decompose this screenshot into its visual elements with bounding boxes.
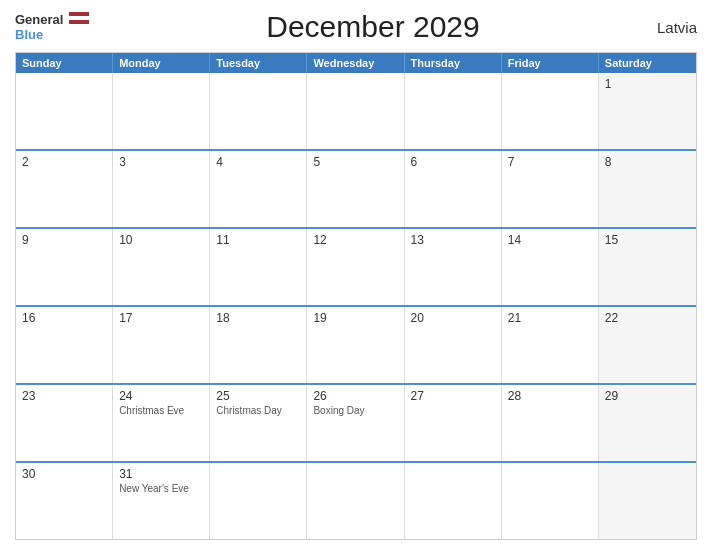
day-cell: 8	[599, 151, 696, 227]
day-number: 18	[216, 311, 300, 325]
day-cell: 28	[502, 385, 599, 461]
day-cell: 18	[210, 307, 307, 383]
day-cell	[113, 73, 210, 149]
calendar-title: December 2029	[266, 10, 479, 44]
day-cell	[502, 73, 599, 149]
day-cell: 11	[210, 229, 307, 305]
day-cell: 6	[405, 151, 502, 227]
day-number: 25	[216, 389, 300, 403]
day-number: 7	[508, 155, 592, 169]
day-number: 26	[313, 389, 397, 403]
day-number: 19	[313, 311, 397, 325]
calendar: Sunday Monday Tuesday Wednesday Thursday…	[15, 52, 697, 540]
day-cell: 25Christmas Day	[210, 385, 307, 461]
day-cell	[502, 463, 599, 539]
header-wednesday: Wednesday	[307, 53, 404, 73]
calendar-header: Sunday Monday Tuesday Wednesday Thursday…	[16, 53, 696, 73]
day-number: 13	[411, 233, 495, 247]
day-cell: 5	[307, 151, 404, 227]
day-event: Boxing Day	[313, 405, 397, 416]
day-cell: 16	[16, 307, 113, 383]
day-cell: 3	[113, 151, 210, 227]
day-event: Christmas Day	[216, 405, 300, 416]
day-cell: 23	[16, 385, 113, 461]
day-number: 24	[119, 389, 203, 403]
day-cell: 4	[210, 151, 307, 227]
day-cell: 13	[405, 229, 502, 305]
day-event: New Year's Eve	[119, 483, 203, 494]
page-header: General Blue December 2029 Latvia	[15, 10, 697, 44]
header-sunday: Sunday	[16, 53, 113, 73]
day-number: 28	[508, 389, 592, 403]
svg-rect-2	[69, 20, 89, 24]
day-event: Christmas Eve	[119, 405, 203, 416]
day-number: 27	[411, 389, 495, 403]
day-cell: 9	[16, 229, 113, 305]
header-tuesday: Tuesday	[210, 53, 307, 73]
svg-rect-0	[69, 12, 89, 16]
day-cell: 10	[113, 229, 210, 305]
header-saturday: Saturday	[599, 53, 696, 73]
day-cell	[307, 463, 404, 539]
week-row-5: 3031New Year's Eve	[16, 461, 696, 539]
day-number: 12	[313, 233, 397, 247]
day-cell: 27	[405, 385, 502, 461]
logo-blue-text: Blue	[15, 28, 89, 42]
day-number: 11	[216, 233, 300, 247]
day-cell: 14	[502, 229, 599, 305]
logo: General Blue	[15, 12, 89, 42]
svg-rect-1	[69, 16, 89, 20]
day-number: 8	[605, 155, 690, 169]
day-number: 30	[22, 467, 106, 481]
day-cell: 17	[113, 307, 210, 383]
day-cell: 12	[307, 229, 404, 305]
day-cell: 21	[502, 307, 599, 383]
week-row-1: 2345678	[16, 149, 696, 227]
header-thursday: Thursday	[405, 53, 502, 73]
day-number: 1	[605, 77, 690, 91]
day-number: 16	[22, 311, 106, 325]
day-cell	[307, 73, 404, 149]
day-number: 31	[119, 467, 203, 481]
day-cell: 26Boxing Day	[307, 385, 404, 461]
day-number: 6	[411, 155, 495, 169]
day-cell: 1	[599, 73, 696, 149]
day-number: 20	[411, 311, 495, 325]
day-cell	[405, 73, 502, 149]
day-number: 4	[216, 155, 300, 169]
day-cell	[405, 463, 502, 539]
day-number: 23	[22, 389, 106, 403]
week-row-2: 9101112131415	[16, 227, 696, 305]
day-cell	[16, 73, 113, 149]
day-cell: 30	[16, 463, 113, 539]
day-cell	[210, 463, 307, 539]
week-row-4: 2324Christmas Eve25Christmas Day26Boxing…	[16, 383, 696, 461]
day-number: 22	[605, 311, 690, 325]
day-cell: 19	[307, 307, 404, 383]
day-cell: 20	[405, 307, 502, 383]
day-number: 14	[508, 233, 592, 247]
flag-icon	[69, 12, 89, 24]
day-number: 17	[119, 311, 203, 325]
day-cell	[210, 73, 307, 149]
day-cell: 29	[599, 385, 696, 461]
day-cell: 31New Year's Eve	[113, 463, 210, 539]
week-row-0: 1	[16, 73, 696, 149]
day-cell	[599, 463, 696, 539]
day-number: 5	[313, 155, 397, 169]
day-number: 2	[22, 155, 106, 169]
header-friday: Friday	[502, 53, 599, 73]
day-cell: 24Christmas Eve	[113, 385, 210, 461]
day-cell: 2	[16, 151, 113, 227]
day-number: 15	[605, 233, 690, 247]
day-number: 10	[119, 233, 203, 247]
day-number: 21	[508, 311, 592, 325]
country-label: Latvia	[657, 19, 697, 36]
day-cell: 22	[599, 307, 696, 383]
day-cell: 7	[502, 151, 599, 227]
day-cell: 15	[599, 229, 696, 305]
logo-general-text: General	[15, 12, 89, 27]
calendar-body: 123456789101112131415161718192021222324C…	[16, 73, 696, 539]
day-number: 9	[22, 233, 106, 247]
header-monday: Monday	[113, 53, 210, 73]
